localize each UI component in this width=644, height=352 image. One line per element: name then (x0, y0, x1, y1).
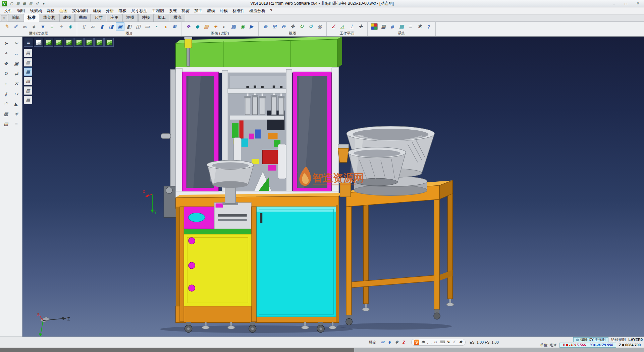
workplane-xy-icon[interactable]: ∠ (329, 22, 338, 31)
menu-item[interactable]: 塑模 (205, 7, 217, 14)
calculator-icon[interactable]: # (388, 22, 397, 31)
view-top-button[interactable] (44, 38, 53, 47)
ime-toolbox-icon[interactable]: ✱ (459, 340, 463, 345)
panel-info-icon[interactable]: ▩ (24, 96, 32, 104)
mail-tray-icon[interactable]: ✉ (380, 340, 385, 345)
fillet-icon[interactable]: ◠ (1, 99, 11, 108)
texture-icon[interactable]: ▨ (202, 22, 211, 31)
selection-filter-icon[interactable]: ⌖ (57, 22, 65, 31)
menu-item[interactable]: 模流分析 (247, 7, 268, 14)
refresh-view-icon[interactable]: ↺ (306, 22, 315, 31)
match-attributes-icon[interactable]: ✐ (11, 22, 20, 31)
viewport-canvas[interactable]: 智造资源网 X Y Z (22, 37, 644, 337)
zoom-all-icon[interactable]: ⊕ (261, 22, 270, 31)
section-display-icon[interactable]: ◫ (134, 22, 143, 31)
reflection-lines-icon[interactable]: ≋ (170, 22, 179, 31)
close-button[interactable]: ✕ (632, 0, 644, 7)
wireframe-display-icon[interactable]: ▯ (79, 22, 88, 31)
absolute-view-label[interactable]: 绝对视图 (611, 337, 626, 342)
view-right-button[interactable] (64, 38, 73, 47)
undo-icon[interactable]: ↺ (34, 1, 40, 6)
ribbon-tab[interactable]: 尺寸 (91, 14, 106, 21)
bounding-box-display-icon[interactable]: ▭ (143, 22, 152, 31)
explode-icon[interactable]: ✳ (11, 109, 21, 119)
ribbon-tab[interactable]: 标准 (24, 14, 39, 22)
ime-mic-icon[interactable]: Ψ (446, 340, 451, 345)
ime-keyboard-icon[interactable]: ⌨ (439, 340, 445, 345)
minimize-button[interactable]: – (608, 0, 620, 7)
hidden-line-display-icon[interactable]: ▱ (89, 22, 97, 31)
array-icon[interactable]: ▦ (1, 109, 11, 119)
workplane-3points-icon[interactable]: △ (338, 22, 347, 31)
panel-views-icon[interactable]: ▧ (24, 77, 32, 85)
offset-icon[interactable]: ∥ (1, 89, 11, 98)
extend-icon[interactable]: ↦ (11, 89, 21, 98)
new-file-icon[interactable]: ▢ (9, 1, 14, 6)
menu-item[interactable]: 冲模 (217, 7, 230, 14)
ribbon-tab[interactable]: 曲面 (75, 14, 91, 21)
ribbon-tab[interactable]: 模流 (170, 14, 185, 21)
zoom-previous-icon[interactable]: ⊖ (279, 22, 288, 31)
ime-emoji-icon[interactable]: ☺ (433, 340, 438, 345)
move-icon[interactable]: ✥ (1, 58, 11, 68)
panel-properties-icon[interactable]: ▤ (24, 49, 32, 57)
measure-icon[interactable]: ↔ (11, 48, 21, 58)
view-shaded-cube-button[interactable] (34, 38, 43, 47)
scale-icon[interactable]: ↕ (1, 79, 11, 88)
browser-tray-icon[interactable]: e (387, 340, 392, 345)
shadow-icon[interactable]: ◐ (220, 22, 229, 31)
chamfer-icon[interactable]: ◣ (11, 99, 21, 108)
ime-language-indicator[interactable]: 中 (421, 340, 425, 345)
view-manager-icon[interactable]: ◎ (315, 22, 324, 31)
animation-icon[interactable]: ▶ (247, 22, 256, 31)
workplane-reset-icon[interactable]: ✚ (356, 22, 365, 31)
ribbon-tab[interactable]: 冲模 (138, 14, 154, 21)
render-settings-icon[interactable]: ❖ (184, 22, 193, 31)
point-snap-icon[interactable]: ⌖ (1, 48, 11, 58)
database-icon[interactable]: ≡ (406, 22, 415, 31)
menu-item[interactable]: 加工 (192, 7, 205, 14)
maximize-button[interactable]: □ (620, 0, 632, 7)
quick-access-more-icon[interactable]: ▾ (41, 1, 46, 6)
view-iso-button[interactable] (94, 38, 104, 47)
panel-layers-icon[interactable]: ▦ (24, 68, 32, 76)
copy-icon[interactable]: ▣ (11, 58, 21, 68)
display-options-icon[interactable]: ▩ (379, 22, 388, 31)
view-front-button[interactable] (54, 38, 63, 47)
panel-structure-icon[interactable]: ▥ (24, 58, 32, 67)
material-editor-icon[interactable]: ◆ (193, 22, 202, 31)
sogou-ime-icon[interactable]: S (414, 340, 419, 345)
panel-history-icon[interactable]: ▨ (24, 86, 32, 95)
trim-icon[interactable]: ✂ (11, 38, 21, 48)
layers-icon[interactable]: ≡ (11, 119, 21, 129)
rendered-display-icon[interactable]: ▣ (116, 22, 124, 31)
ribbon-tab[interactable]: 编辑 (8, 14, 23, 21)
snapshot-icon[interactable]: ◉ (238, 22, 247, 31)
z oom-window-icon[interactable]: ⊞ (270, 22, 279, 31)
draft-analysis-icon[interactable]: ◑ (161, 22, 170, 31)
ribbon-tab[interactable]: 建模 (59, 14, 75, 21)
group-icon[interactable]: ▧ (1, 119, 11, 129)
open-file-icon[interactable]: ▤ (15, 1, 21, 6)
ribbon-tab[interactable]: 线架构 (40, 14, 59, 21)
menu-item[interactable]: ? (268, 8, 275, 14)
ribbon-tab[interactable]: 加工 (154, 14, 169, 21)
rotate-view-icon[interactable]: ↻ (297, 22, 306, 31)
modify-attributes-icon[interactable]: ✎ (2, 22, 11, 31)
transparency-display-icon[interactable]: ◧ (125, 22, 133, 31)
layer-manager-icon[interactable]: ≡ (48, 22, 56, 31)
menu-item[interactable]: 标准件 (230, 7, 247, 14)
ribbon-tab[interactable]: 塑模 (122, 14, 138, 21)
shaded-display-icon[interactable]: ▮ (98, 22, 106, 31)
workplane-normal-icon[interactable]: ⊥ (347, 22, 356, 31)
save-file-icon[interactable]: ▦ (21, 1, 27, 6)
attribute-link-icon[interactable]: ∞ (20, 22, 29, 31)
ribbon-tab[interactable]: 应用 (107, 14, 122, 21)
color-table-icon[interactable] (371, 23, 378, 30)
mirror-icon[interactable]: ⇄ (11, 69, 21, 78)
help-icon[interactable]: ? (424, 22, 433, 31)
active-layer-label[interactable]: LAYER0 (629, 338, 643, 342)
grid-settings-icon[interactable]: ▦ (397, 22, 406, 31)
view-menu-button[interactable] (24, 38, 33, 47)
view-left-button[interactable] (74, 38, 84, 47)
